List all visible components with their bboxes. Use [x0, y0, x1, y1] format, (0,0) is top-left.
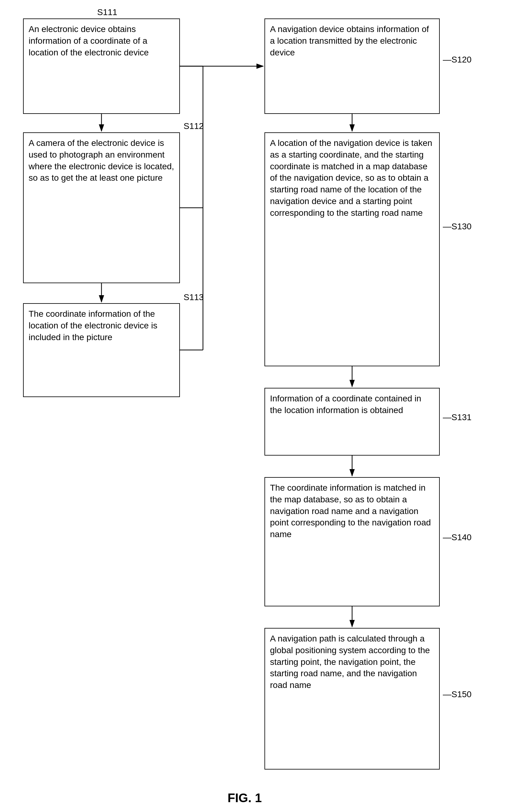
- label-s140: —S140: [443, 533, 471, 542]
- label-s150: —S150: [443, 690, 471, 699]
- box-s120: A navigation device obtains information …: [265, 18, 440, 114]
- figure-label: FIG. 1: [228, 791, 262, 805]
- label-s130: —S130: [443, 222, 471, 231]
- box-s130: A location of the navigation device is t…: [265, 132, 440, 366]
- label-s113: S113: [184, 292, 203, 302]
- box-s140: The coordinate information is matched in…: [265, 477, 440, 606]
- diagram: An electronic device obtains information…: [0, 0, 528, 812]
- label-s131: —S131: [443, 412, 471, 422]
- label-s112: S112: [184, 121, 203, 131]
- label-s120: —S120: [443, 55, 471, 64]
- box-s111-text: An electronic device obtains information…: [29, 24, 149, 57]
- box-s112: A camera of the electronic device is use…: [23, 132, 180, 283]
- box-s113: The coordinate information of the locati…: [23, 303, 180, 397]
- box-s130-text: A location of the navigation device is t…: [270, 138, 432, 218]
- box-s113-text: The coordinate information of the locati…: [29, 309, 157, 342]
- box-s111: An electronic device obtains information…: [23, 18, 180, 114]
- box-s120-text: A navigation device obtains information …: [270, 24, 429, 57]
- label-s111: S111: [97, 8, 117, 17]
- box-s112-text: A camera of the electronic device is use…: [29, 138, 174, 183]
- box-s150-text: A navigation path is calculated through …: [270, 634, 430, 690]
- box-s140-text: The coordinate information is matched in…: [270, 483, 431, 539]
- box-s131-text: Information of a coordinate contained in…: [270, 394, 421, 415]
- box-s131: Information of a coordinate contained in…: [265, 388, 440, 455]
- box-s150: A navigation path is calculated through …: [265, 628, 440, 769]
